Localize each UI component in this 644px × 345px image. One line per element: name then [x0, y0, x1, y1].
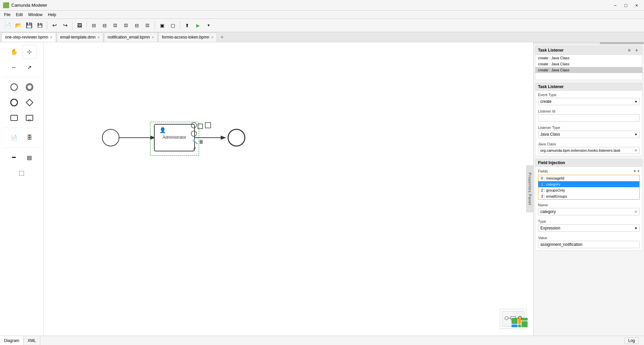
- properties-panel-toggle[interactable]: Properties Panel: [526, 165, 533, 212]
- palette-row-4: [3, 95, 41, 110]
- task-listener-list-header: Task Listener × +: [535, 46, 642, 55]
- listener-id-row: Listener Id: [535, 107, 642, 124]
- task-listener-detail-header: Task Listener: [535, 83, 642, 91]
- tab-formio-access-token[interactable]: formio-access-token.bpmn ×: [158, 32, 217, 42]
- align-center-v-button[interactable]: ⊟: [143, 20, 153, 30]
- space-tool[interactable]: ↔: [7, 60, 21, 74]
- tab-email-template[interactable]: email-template.dmn ×: [57, 32, 103, 42]
- create-lane[interactable]: ━: [7, 150, 21, 164]
- canvas[interactable]: 👤 Administrator 🔧 🗑 ↗: [44, 42, 533, 336]
- listener-item-1[interactable]: create : Java Class: [535, 61, 642, 67]
- xml-tab[interactable]: XML: [23, 336, 40, 345]
- create-start-event[interactable]: [7, 80, 21, 94]
- create-task[interactable]: [7, 111, 21, 125]
- menu-item-edit[interactable]: Edit: [13, 12, 25, 18]
- create-group[interactable]: ⬚: [15, 166, 29, 180]
- scrollbar-thumb-top[interactable]: [600, 42, 644, 44]
- run-button[interactable]: ▶: [193, 20, 203, 30]
- svg-text:🔧: 🔧: [192, 139, 198, 145]
- upload-button[interactable]: ⬆: [182, 20, 192, 30]
- run-options-button[interactable]: ▼: [204, 20, 214, 30]
- scrollbar-top[interactable]: [534, 42, 644, 44]
- close-tab-one-step-reviewer[interactable]: ×: [50, 36, 52, 39]
- main-area: ✋ ⊹ ↔ ↗: [0, 42, 644, 336]
- app-icon: 🟩: [3, 2, 9, 8]
- menubar: FileEditWindowHelp: [0, 11, 644, 19]
- svg-rect-28: [512, 318, 518, 324]
- maximize-button[interactable]: □: [621, 2, 631, 9]
- create-subprocess[interactable]: [22, 111, 37, 125]
- listener-id-input[interactable]: [538, 114, 640, 122]
- open-file-button[interactable]: 📂: [13, 20, 23, 30]
- tab-one-step-reviewer[interactable]: one-step-reviewer.bpmn ×: [1, 32, 56, 42]
- svg-rect-33: [522, 321, 528, 327]
- image-button[interactable]: 🖼: [74, 20, 85, 30]
- field-item-3[interactable]: 3 : emailGroups: [538, 193, 639, 199]
- svg-rect-30: [518, 318, 521, 324]
- field-item-2[interactable]: 2 : groupsOnly: [538, 187, 639, 193]
- event-type-select[interactable]: create assignment complete delete: [538, 98, 640, 105]
- value-input[interactable]: [538, 241, 640, 248]
- create-intermediate-event[interactable]: [22, 80, 37, 94]
- task-listener-header-actions: × +: [626, 47, 640, 53]
- tab-label: one-step-reviewer.bpmn: [5, 35, 48, 40]
- expand-button[interactable]: ▢: [168, 20, 178, 30]
- name-row: Name ×: [535, 201, 642, 217]
- name-input[interactable]: [538, 208, 633, 215]
- value-row: Value: [535, 234, 642, 250]
- listener-type-select[interactable]: Java Class Expression Delegate Expressio…: [538, 131, 640, 138]
- task-listener-add-btn[interactable]: +: [634, 47, 640, 53]
- align-top-button[interactable]: ⊟: [110, 20, 120, 30]
- diagram-tab-label: Diagram: [4, 338, 19, 343]
- event-type-label: Event Type: [538, 93, 640, 97]
- task-listener-remove-btn[interactable]: ×: [626, 47, 632, 53]
- svg-marker-4: [26, 99, 33, 106]
- diagram-tab[interactable]: Diagram: [0, 336, 23, 345]
- align-bottom-button[interactable]: ⊟: [121, 20, 131, 30]
- hand-tool[interactable]: ✋: [7, 45, 21, 59]
- save-button[interactable]: 💾: [24, 20, 34, 30]
- menu-item-window[interactable]: Window: [25, 12, 45, 18]
- create-data-object[interactable]: 📄: [7, 131, 21, 145]
- listener-item-2[interactable]: create : Java Class: [535, 67, 642, 73]
- app-title: Camunda Modeler: [11, 3, 47, 8]
- minimize-button[interactable]: −: [610, 2, 620, 9]
- close-tab-notification-email[interactable]: ×: [152, 36, 154, 39]
- tab-label: notification_email.bpmn: [108, 35, 150, 40]
- menu-item-file[interactable]: File: [1, 12, 13, 18]
- align-right-button[interactable]: ⊟: [100, 20, 110, 30]
- close-button[interactable]: ×: [632, 2, 641, 9]
- name-clear-btn[interactable]: ×: [633, 209, 639, 214]
- lasso-tool[interactable]: ⊹: [22, 45, 37, 59]
- close-tab-email-template[interactable]: ×: [98, 36, 100, 39]
- type-select[interactable]: Expression String: [538, 224, 640, 232]
- align-center-h-button[interactable]: ⊟: [132, 20, 142, 30]
- palette-row-2: ↔ ↗: [3, 60, 41, 74]
- redo-button[interactable]: ↪: [60, 20, 70, 30]
- java-class-clear-btn[interactable]: ×: [633, 148, 639, 153]
- menu-item-help[interactable]: Help: [45, 12, 59, 18]
- fields-add-btn[interactable]: +: [637, 169, 640, 174]
- create-participant[interactable]: ▤: [22, 150, 37, 164]
- tab-notification-email[interactable]: notification_email.bpmn ×: [104, 32, 158, 42]
- new-file-button[interactable]: 📄: [3, 20, 13, 30]
- close-tab-formio-access-token[interactable]: ×: [211, 36, 213, 39]
- sep2: [72, 21, 72, 29]
- field-item-1[interactable]: 1 : category: [538, 181, 639, 187]
- undo-button[interactable]: ↩: [49, 20, 59, 30]
- create-data-store[interactable]: 🗄: [22, 131, 37, 145]
- svg-text:↗: ↗: [192, 146, 196, 151]
- create-end-event[interactable]: [7, 95, 21, 110]
- log-button[interactable]: Log: [625, 337, 639, 344]
- field-item-0[interactable]: 0 : messageId: [538, 175, 639, 181]
- listener-item-0[interactable]: create : Java Class: [535, 55, 642, 61]
- create-gateway[interactable]: [22, 95, 37, 110]
- global-connect-tool[interactable]: ↗: [22, 60, 37, 74]
- save-as-button[interactable]: 💾: [35, 20, 45, 30]
- fields-remove-btn[interactable]: ×: [634, 169, 636, 174]
- svg-point-21: [228, 129, 245, 146]
- java-class-input[interactable]: [538, 147, 633, 153]
- align-left-button[interactable]: ⊟: [89, 20, 99, 30]
- collapse-button[interactable]: ▣: [157, 20, 167, 30]
- add-tab-button[interactable]: +: [218, 33, 226, 42]
